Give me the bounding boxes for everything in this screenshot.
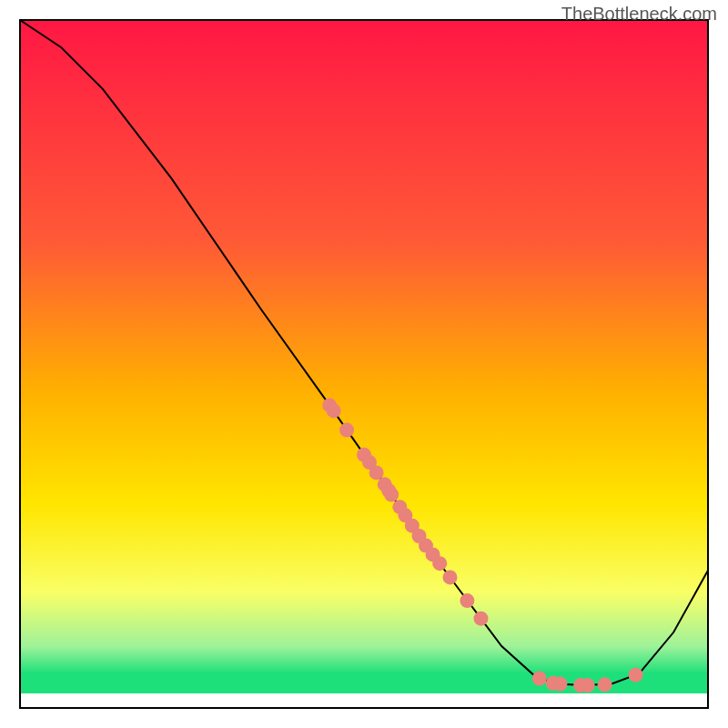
data-marker	[327, 403, 341, 418]
data-marker	[339, 423, 354, 438]
data-marker	[474, 612, 489, 626]
data-marker	[384, 488, 399, 502]
data-marker	[581, 678, 595, 693]
data-marker	[369, 465, 384, 480]
data-marker	[629, 668, 643, 682]
data-marker	[443, 570, 458, 584]
data-marker	[598, 677, 612, 692]
gradient-background	[20, 20, 708, 693]
data-marker	[532, 672, 547, 686]
bottleneck-chart	[0, 0, 728, 728]
chart-root: TheBottleneck.com	[0, 0, 728, 728]
data-marker	[553, 677, 568, 692]
bottom-band	[20, 693, 708, 708]
data-marker	[460, 593, 474, 608]
data-marker	[432, 556, 447, 571]
watermark-label: TheBottleneck.com	[561, 4, 717, 25]
